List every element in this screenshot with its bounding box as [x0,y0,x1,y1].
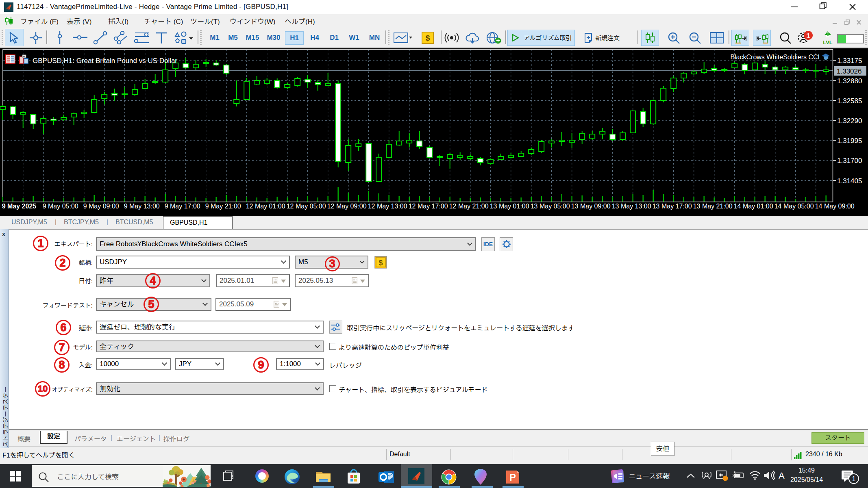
svg-text:12 May 13:00: 12 May 13:00 [368,203,407,210]
svg-text:1.31995: 1.31995 [837,137,862,145]
svg-text:9 May 13:00: 9 May 13:00 [124,203,160,210]
svg-text:13 May 21:00: 13 May 21:00 [693,203,733,210]
svg-text:13 May 17:00: 13 May 17:00 [653,203,692,210]
svg-text:13 May 01:00: 13 May 01:00 [490,203,529,210]
svg-text:12 May 01:00: 12 May 01:00 [246,203,285,210]
svg-text:1.31405: 1.31405 [837,177,862,185]
svg-text:P: P [509,472,516,483]
svg-text:14 May 05:00: 14 May 05:00 [774,203,814,210]
svg-text:1.32585: 1.32585 [837,97,862,105]
svg-text:9 May 21:00: 9 May 21:00 [205,203,241,210]
svg-text:12 May 09:00: 12 May 09:00 [327,203,367,210]
svg-text:12 May 17:00: 12 May 17:00 [409,203,448,210]
svg-text:13 May 13:00: 13 May 13:00 [612,203,651,210]
svg-text:1.31700: 1.31700 [837,157,862,165]
svg-text:14 May 09:00: 14 May 09:00 [815,203,855,210]
svg-text:1.33175: 1.33175 [837,57,862,65]
svg-text:LVL: LVL [823,39,833,46]
svg-text:9 May 05:00: 9 May 05:00 [43,203,78,210]
svg-text:12 May 21:00: 12 May 21:00 [449,203,489,210]
svg-text:GBPUSD,H1: Great Britain Poun: GBPUSD,H1: Great Britain Pound vs US Dol… [33,57,178,65]
svg-text:$: $ [426,34,430,42]
svg-text:12 May 05:00: 12 May 05:00 [287,203,326,210]
svg-text:1.33026: 1.33026 [837,67,861,75]
svg-text:1.32290: 1.32290 [837,117,862,125]
svg-text:1: 1 [852,475,856,482]
svg-text:1.32880: 1.32880 [837,77,862,85]
svg-text:13 May 05:00: 13 May 05:00 [531,203,570,210]
svg-text:14 May 01:00: 14 May 01:00 [734,203,773,210]
svg-text:1: 1 [806,32,810,40]
svg-text:9 May 17:00: 9 May 17:00 [165,203,200,210]
svg-text:9 May 09:00: 9 May 09:00 [83,203,119,210]
svg-text:13 May 09:00: 13 May 09:00 [571,203,611,210]
svg-text:9 May 2025: 9 May 2025 [2,203,37,210]
svg-text:BlackCrows WhiteSoldiers CCI: BlackCrows WhiteSoldiers CCI [730,54,820,61]
